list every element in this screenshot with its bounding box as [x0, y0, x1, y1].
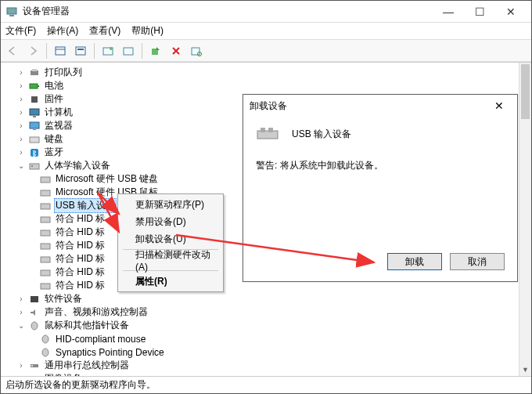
usb-icon: [28, 360, 41, 371]
ctx-update-driver[interactable]: 更新驱动程序(P): [120, 196, 221, 213]
tree-node-sound[interactable]: › 声音、视频和游戏控制器: [5, 305, 531, 319]
chip-icon: [28, 94, 41, 105]
expander-icon[interactable]: ›: [16, 95, 26, 103]
back-button[interactable]: [4, 42, 21, 60]
menu-view[interactable]: 查看(V): [89, 24, 120, 38]
expander-icon[interactable]: ›: [16, 374, 26, 376]
forward-button[interactable]: [24, 42, 41, 60]
cancel-button[interactable]: 取消: [450, 253, 505, 270]
dialog-close-button[interactable]: ✕: [487, 99, 511, 112]
scan-button[interactable]: [188, 42, 205, 60]
svg-point-41: [31, 365, 33, 367]
tree-node-usb-bus[interactable]: › 通用串行总线控制器: [5, 359, 531, 372]
device-icon: [39, 227, 52, 238]
device-icon: [39, 267, 52, 278]
expander-icon[interactable]: ⌄: [16, 321, 26, 330]
device-icon: [39, 254, 52, 265]
bluetooth-icon: [28, 147, 41, 158]
context-menu: 更新驱动程序(P) 禁用设备(D) 卸载设备(U) 扫描检测硬件改动(A) 属性…: [117, 193, 224, 292]
printer-icon: [28, 67, 41, 78]
uninstall-button[interactable]: 卸载: [387, 253, 442, 270]
svg-rect-22: [33, 129, 36, 130]
svg-rect-26: [31, 165, 33, 167]
svg-rect-30: [41, 217, 50, 222]
toolbar-icon-1[interactable]: [52, 42, 69, 60]
svg-rect-17: [38, 85, 39, 87]
tree-node-hid-mouse[interactable]: HID-compliant mouse: [5, 332, 531, 345]
uninstall-button[interactable]: [167, 42, 185, 60]
keyboard-icon: [28, 134, 41, 145]
toolbar-icon-4[interactable]: [120, 42, 137, 60]
menu-file[interactable]: 文件(F): [5, 24, 36, 38]
svg-rect-23: [30, 137, 39, 143]
svg-rect-31: [41, 230, 50, 236]
expander-icon[interactable]: ›: [16, 121, 26, 130]
svg-rect-28: [41, 190, 50, 196]
vertical-scrollbar[interactable]: ▲ ▼: [519, 63, 531, 376]
tree-node-battery[interactable]: › 电池: [5, 79, 531, 92]
svg-point-37: [31, 322, 38, 330]
mouse-icon: [39, 347, 52, 358]
separator: [142, 43, 142, 59]
scroll-down-button[interactable]: ▼: [519, 363, 531, 376]
expander-icon[interactable]: ›: [16, 81, 26, 90]
tree-node-printers[interactable]: › 打印队列: [5, 66, 531, 79]
dialog-device-row: USB 输入设备: [256, 125, 505, 143]
svg-rect-36: [31, 296, 38, 302]
expander-icon[interactable]: ›: [16, 108, 26, 117]
svg-rect-47: [261, 128, 265, 132]
svg-rect-34: [41, 270, 50, 276]
svg-point-7: [110, 47, 113, 50]
menu-help[interactable]: 帮助(H): [131, 24, 164, 38]
close-button[interactable]: ✕: [495, 5, 527, 18]
expander-icon[interactable]: ⌄: [16, 161, 26, 170]
svg-rect-19: [30, 109, 39, 115]
svg-rect-27: [41, 177, 50, 183]
dialog-titlebar: 卸载设备 ✕: [243, 95, 517, 117]
expander-icon[interactable]: ›: [16, 361, 26, 370]
maximize-button[interactable]: ☐: [464, 5, 495, 18]
uninstall-dialog: 卸载设备 ✕ USB 输入设备 警告: 将从系统中卸载此设备。 卸载 取消: [243, 94, 518, 282]
tree-node-imaging[interactable]: › 图像设备: [5, 372, 531, 376]
svg-rect-5: [77, 49, 84, 50]
dialog-body: USB 输入设备 警告: 将从系统中卸载此设备。: [243, 117, 517, 180]
expander-icon[interactable]: ›: [16, 295, 26, 303]
update-driver-button[interactable]: [147, 42, 164, 60]
ctx-uninstall-device[interactable]: 卸载设备(U): [120, 230, 221, 248]
tree-node-synaptics[interactable]: Synaptics Pointing Device: [5, 345, 531, 359]
ctx-properties[interactable]: 属性(R): [120, 273, 221, 290]
svg-rect-25: [30, 164, 39, 169]
minimize-button[interactable]: —: [433, 5, 464, 18]
ctx-scan-hardware[interactable]: 扫描检测硬件改动(A): [120, 251, 221, 269]
device-icon: [39, 280, 52, 291]
tree-node-mouse[interactable]: ⌄ 鼠标和其他指针设备: [5, 319, 531, 332]
device-icon: [39, 240, 52, 251]
toolbar-icon-3[interactable]: [99, 42, 117, 60]
svg-rect-8: [124, 48, 133, 55]
expander-icon[interactable]: ›: [16, 148, 26, 157]
toolbar-icon-2[interactable]: [72, 42, 89, 60]
mouse-icon: [28, 320, 41, 331]
device-icon: [39, 174, 52, 185]
svg-rect-21: [30, 122, 39, 128]
dialog-title: 卸载设备: [250, 99, 487, 113]
svg-rect-29: [41, 204, 50, 209]
expander-icon[interactable]: ›: [16, 135, 26, 143]
device-icon: [256, 125, 282, 143]
computer-icon: [28, 107, 41, 118]
dialog-warning-text: 警告: 将从系统中卸载此设备。: [256, 159, 505, 172]
device-icon: [39, 187, 52, 198]
menu-action[interactable]: 操作(A): [47, 24, 78, 38]
svg-point-39: [42, 349, 49, 356]
expander-icon[interactable]: ›: [16, 68, 26, 77]
svg-rect-15: [32, 69, 37, 71]
tree-node-software[interactable]: › 软件设备: [5, 292, 531, 305]
scroll-thumb[interactable]: [521, 64, 530, 119]
ctx-disable-device[interactable]: 禁用设备(D): [120, 213, 221, 230]
svg-rect-35: [41, 284, 50, 289]
toolbar: [1, 40, 531, 62]
dialog-buttons: 卸载 取消: [387, 253, 505, 270]
expander-icon[interactable]: ›: [16, 308, 26, 316]
svg-rect-20: [33, 116, 36, 117]
svg-rect-0: [7, 8, 16, 14]
